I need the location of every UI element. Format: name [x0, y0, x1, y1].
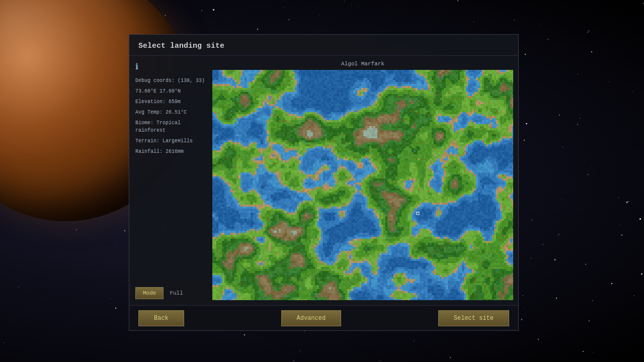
biome: Biome: Tropical rainforest — [135, 119, 206, 134]
mode-controls: Mode Full — [135, 283, 206, 299]
map-canvas-element[interactable] — [212, 70, 513, 300]
coordinates: 73.60°E 17.60°N — [135, 87, 206, 95]
dialog-title: Select landing site — [129, 35, 518, 56]
avg-temp: Avg Temp: 26.51°C — [135, 109, 206, 116]
map-canvas[interactable] — [212, 70, 513, 300]
elevation: Elevation: 659m — [135, 98, 206, 106]
mode-label: Full — [170, 290, 183, 296]
back-button[interactable]: Back — [138, 310, 184, 326]
mode-button[interactable]: Mode — [135, 287, 164, 299]
select-landing-site-dialog: Select landing site ℹ Debug coords: (138… — [129, 34, 519, 331]
select-site-button[interactable]: Select site — [438, 310, 509, 326]
info-sidebar: ℹ Debug coords: (138, 33) 73.60°E 17.60°… — [129, 56, 212, 305]
terrain: Terrain: LargeHills — [135, 137, 206, 145]
rainfall: Rainfall: 2616mm — [135, 148, 206, 155]
dialog-footer: Back Advanced Select site — [129, 305, 518, 330]
map-title: Algol Marfark — [212, 61, 513, 67]
advanced-button[interactable]: Advanced — [281, 310, 342, 326]
map-container: Algol Marfark — [212, 56, 518, 305]
dialog-body: ℹ Debug coords: (138, 33) 73.60°E 17.60°… — [129, 56, 518, 305]
debug-coords: Debug coords: (138, 33) — [135, 77, 206, 84]
info-icon: ℹ — [135, 62, 206, 72]
